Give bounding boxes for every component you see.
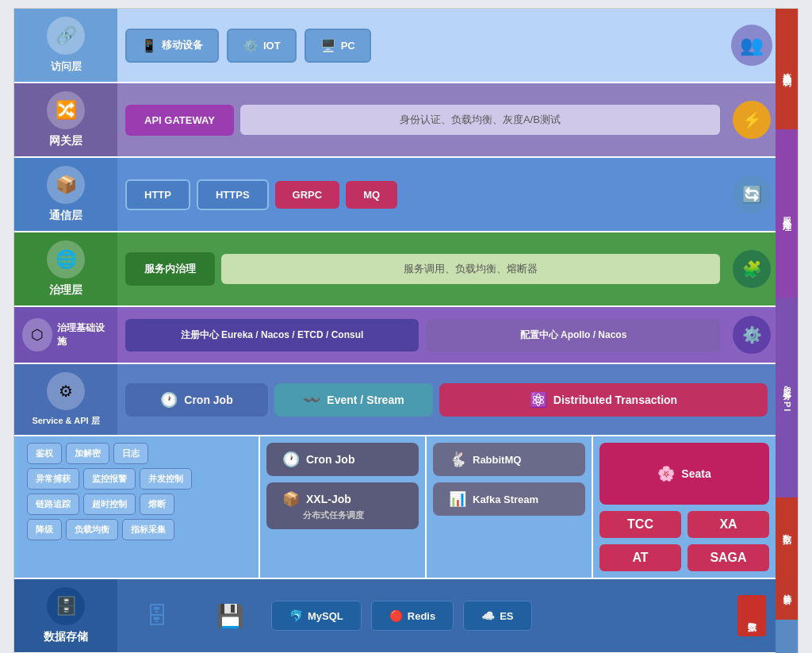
tag-lb[interactable]: 负载均衡 [66, 519, 118, 540]
auth-tags-section: 鉴权 加解密 日志 异常捕获 监控报警 并发控制 链路追踪 超时控制 熔断 [14, 436, 260, 578]
service-top: 🕐 Cron Job 〰️ Event / Stream ⚛️ Distribu… [117, 364, 776, 435]
cron-job-detail-btn[interactable]: 🕐 Cron Job [266, 443, 419, 476]
tag-circuit-break[interactable]: 熔断 [140, 494, 174, 515]
govern-layer-row: 🌐 治理层 服务内治理 服务调用、负载均衡、熔断器 🧩 [14, 232, 776, 307]
xxl-sub: 分布式任务调度 [282, 509, 364, 521]
govern-label: 治理层 [49, 283, 82, 298]
data-label: 数据存储 [44, 630, 88, 644]
access-layer-icon: 🔗 访问层 [14, 9, 117, 82]
flow-control-label: 流量控制 [781, 66, 793, 72]
sidebar-flow-control: 流量控制 [776, 9, 798, 129]
cron-job-header-btn[interactable]: 🕐 Cron Job [125, 383, 268, 417]
https-btn[interactable]: HTTPS [197, 179, 269, 210]
tag-trace[interactable]: 链路追踪 [27, 494, 79, 515]
cron-detail-section: 🕐 Cron Job 📦 XXL-Job 分布式任务调度 [260, 436, 427, 578]
comm-content: HTTP HTTPS GRPC MQ [117, 158, 728, 231]
service-govern-label: 服务治理 [781, 210, 793, 217]
sidebar-data: 数据 [776, 497, 798, 559]
grpc-btn[interactable]: GRPC [275, 181, 340, 209]
mongodb-icon: 🗄 [125, 594, 189, 638]
sidebar-service-api: 服务&API [776, 298, 798, 497]
gateway-layer-row: 🔀 网关层 API GATEWAY 身份认证、负载均衡、灰度A/B测试 ⚡ [14, 83, 776, 158]
pc-btn[interactable]: 🖥️ PC [304, 29, 371, 63]
govern-content: 服务内治理 服务调用、负载均衡、熔断器 [117, 232, 728, 305]
xa-btn[interactable]: XA [688, 511, 769, 538]
http-btn[interactable]: HTTP [125, 179, 190, 210]
tag-degrade[interactable]: 降级 [27, 519, 62, 540]
auth-tags-row-3: 链路追踪 超时控制 熔断 [27, 494, 252, 515]
data-layer-icon: 🗄️ 数据存储 [14, 579, 117, 652]
data-side-icon: 数据 [728, 579, 776, 652]
tag-monitor-alert[interactable]: 监控报警 [83, 468, 136, 490]
at-saga-row: AT SAGA [599, 544, 769, 571]
distributed-transaction-btn[interactable]: ⚛️ Distributed Transaction [439, 383, 768, 417]
right-sidebar: 流量控制 服务治理 服务&API 数据 统计分析 服务层 [776, 9, 798, 653]
event-stream-btn[interactable]: 〰️ Event / Stream [274, 383, 433, 417]
sql-icon: 💾 [198, 594, 262, 638]
govern-desc: 服务调用、负载均衡、熔断器 [221, 254, 720, 284]
govern-btn[interactable]: 服务内治理 [125, 252, 215, 286]
tag-encrypt[interactable]: 加解密 [66, 443, 109, 464]
gateway-content: API GATEWAY 身份认证、负载均衡、灰度A/B测试 [117, 83, 728, 156]
tcc-btn[interactable]: TCC [599, 511, 681, 538]
infra-content: 注册中心 Eureka / Nacos / ETCD / Consul 配置中心… [117, 307, 728, 363]
gateway-layer-icon: 🔀 网关层 [14, 83, 117, 156]
access-content: 📱 移动设备 ⚙️ IOT 🖥️ PC [117, 9, 728, 82]
redis-btn[interactable]: 🔴 Redis [371, 601, 454, 631]
tag-exception[interactable]: 异常捕获 [27, 468, 79, 490]
event-detail-section: 🐇 RabbitMQ 📊 Kafka Stream [427, 436, 593, 578]
iot-btn[interactable]: ⚙️ IOT [227, 29, 297, 63]
comm-label: 通信层 [49, 209, 82, 223]
tag-metrics[interactable]: 指标采集 [122, 519, 174, 540]
infra-layer-row: ⬡ 治理基础设施 注册中心 Eureka / Nacos / ETCD / Co… [14, 307, 776, 364]
es-btn[interactable]: ☁️ ES [463, 601, 531, 631]
service-layer-icon: ⚙ Service & API 层 [14, 364, 117, 435]
data-content: 🗄 💾 🐬 MySQL 🔴 Redis ☁️ [117, 579, 728, 652]
registry-btn[interactable]: 注册中心 Eureka / Nacos / ETCD / Consul [125, 319, 419, 351]
infra-label: 治理基础设施 [57, 321, 109, 348]
sidebar-service-govern: 服务治理 [776, 129, 798, 298]
data-layer-row: 🗄️ 数据存储 🗄 💾 🐬 MySQL [14, 579, 776, 653]
at-btn[interactable]: AT [599, 544, 681, 571]
comm-layer-row: 📦 通信层 HTTP HTTPS GRPC MQ [14, 158, 776, 232]
tag-timeout[interactable]: 超时控制 [83, 494, 136, 515]
access-layer-row: 🔗 访问层 📱 移动设备 ⚙️ IOT 🖥️ PC [14, 9, 776, 83]
saga-btn[interactable]: SAGA [688, 544, 769, 571]
infra-layer-icon: ⬡ 治理基础设施 [14, 307, 117, 363]
kafka-stream-btn[interactable]: 📊 Kafka Stream [433, 482, 585, 516]
seata-btn[interactable]: 🌸 Seata [599, 443, 769, 505]
api-gateway-btn[interactable]: API GATEWAY [125, 105, 234, 136]
xxl-job-btn[interactable]: 📦 XXL-Job 分布式任务调度 [266, 482, 419, 529]
config-btn[interactable]: 配置中心 Apollo / Nacos [427, 319, 720, 351]
sidebar-stats: 统计分析 [776, 559, 798, 620]
tcc-xa-row: TCC XA [599, 511, 769, 538]
auth-tags-row-4: 降级 负载均衡 指标采集 [27, 519, 252, 540]
sidebar-runtime: 服务层 [776, 620, 798, 653]
tag-concurrency[interactable]: 并发控制 [140, 468, 192, 490]
auth-tags-row-1: 鉴权 加解密 日志 [27, 443, 252, 464]
tag-log[interactable]: 日志 [113, 443, 148, 464]
access-label: 访问层 [51, 60, 82, 74]
tag-auth[interactable]: 鉴权 [27, 443, 62, 464]
rabbitmq-btn[interactable]: 🐇 RabbitMQ [433, 443, 585, 476]
gateway-label: 网关层 [49, 134, 82, 148]
service-api-label: 服务&API [781, 382, 793, 413]
comm-layer-icon: 📦 通信层 [14, 158, 117, 231]
auth-tags-row-2: 异常捕获 监控报警 并发控制 [27, 468, 252, 490]
detail-row: 鉴权 加解密 日志 异常捕获 监控报警 并发控制 链路追踪 超时控制 熔断 [14, 436, 776, 579]
mysql-btn[interactable]: 🐬 MySQL [271, 601, 362, 631]
mobile-btn[interactable]: 📱 移动设备 [125, 29, 219, 63]
mq-btn[interactable]: MQ [346, 181, 397, 209]
stats-label: 统计分析 [781, 588, 792, 591]
service-layer-row: ⚙ Service & API 层 🕐 Cron Job 〰️ Event / … [14, 364, 776, 436]
distributed-detail-section: 🌸 Seata TCC XA AT SAGA [593, 436, 776, 578]
data-sidebar-label: 数据 [781, 527, 793, 530]
service-label: Service & API 层 [32, 415, 99, 427]
gateway-desc: 身份认证、负载均衡、灰度A/B测试 [240, 105, 720, 135]
govern-layer-icon: 🌐 治理层 [14, 232, 117, 305]
